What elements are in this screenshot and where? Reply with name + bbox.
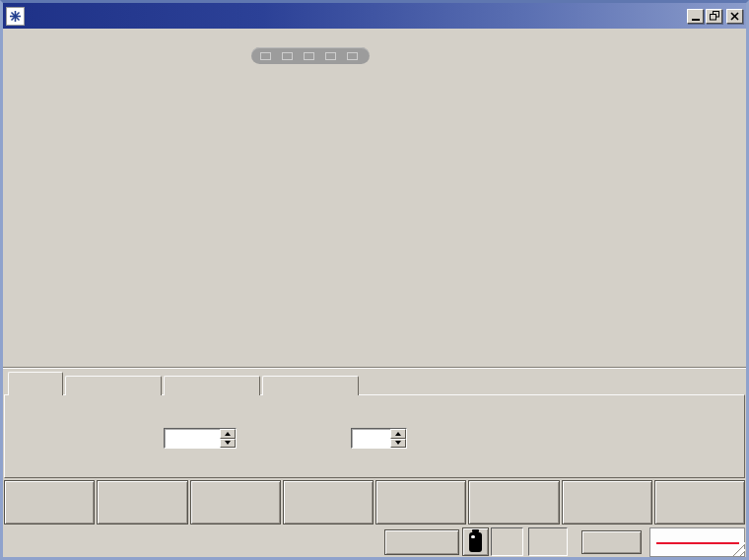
legend-item <box>282 52 296 60</box>
restore-icon <box>710 11 719 21</box>
separator <box>3 367 746 369</box>
legend-swatch-module <box>325 52 336 60</box>
record-button[interactable] <box>283 480 374 525</box>
minimize-icon <box>692 19 700 21</box>
scaling-x-input[interactable] <box>351 428 407 449</box>
config-button[interactable] <box>4 480 95 525</box>
scaling-y-input[interactable] <box>164 428 237 449</box>
load-log-file-button[interactable] <box>375 480 466 525</box>
tab-panel-scale <box>4 394 745 478</box>
battery-indicator <box>462 527 489 556</box>
window-controls <box>687 9 743 24</box>
scaling-y-value[interactable] <box>165 429 220 448</box>
select-sensor-button[interactable] <box>468 480 559 525</box>
legend-item <box>347 52 361 60</box>
close-icon <box>730 12 739 21</box>
lost-packets-button[interactable] <box>581 530 642 554</box>
legend-item <box>325 52 339 60</box>
chart-canvas <box>3 29 746 358</box>
spinner-down-icon <box>225 441 231 445</box>
legend-swatch-y-axis <box>282 52 293 60</box>
spinner-up-icon <box>225 432 231 436</box>
legend-item <box>304 52 317 60</box>
scaling-y-down-button[interactable] <box>220 439 236 449</box>
tab-scale[interactable] <box>8 372 63 395</box>
blank-button-1[interactable] <box>562 480 652 525</box>
range-button[interactable] <box>384 529 459 555</box>
scaling-x-up-button[interactable] <box>390 429 406 439</box>
adjust-to-window-size-button[interactable] <box>97 480 187 525</box>
tab-offset-settings[interactable] <box>164 376 260 395</box>
legend-swatch-z-axis <box>304 52 314 60</box>
legend-item <box>260 52 274 60</box>
close-button[interactable] <box>726 9 743 24</box>
minimize-button[interactable] <box>687 9 704 24</box>
legend-swatch-x-axis <box>260 52 271 60</box>
pulseng-star-icon <box>10 11 21 22</box>
tab-log-file-player[interactable] <box>262 376 359 395</box>
app-icon <box>6 7 25 26</box>
app-window <box>0 0 749 560</box>
tab-bar <box>8 372 361 395</box>
legend-swatch-temperature <box>347 52 358 60</box>
restore-button[interactable] <box>706 9 722 24</box>
button-row <box>3 480 746 525</box>
scaling-x-value[interactable] <box>352 429 390 448</box>
spinner-down-icon <box>395 441 401 445</box>
battery-percent <box>491 527 523 556</box>
status-bar <box>3 526 746 557</box>
blank-button-2[interactable] <box>654 480 745 525</box>
logo-red-line <box>656 542 739 544</box>
battery-icon <box>469 532 482 552</box>
hide-settings-button[interactable] <box>190 480 281 525</box>
title-bar <box>3 3 746 29</box>
signal-status-indicator <box>528 527 568 556</box>
chart-legend <box>251 47 370 64</box>
montronix-logo <box>649 527 745 557</box>
spinner-up-icon <box>395 432 401 436</box>
scaling-x-down-button[interactable] <box>390 439 406 449</box>
scaling-y-up-button[interactable] <box>220 429 236 439</box>
tab-filter-settings[interactable] <box>65 376 162 395</box>
chart-panel <box>3 29 746 367</box>
